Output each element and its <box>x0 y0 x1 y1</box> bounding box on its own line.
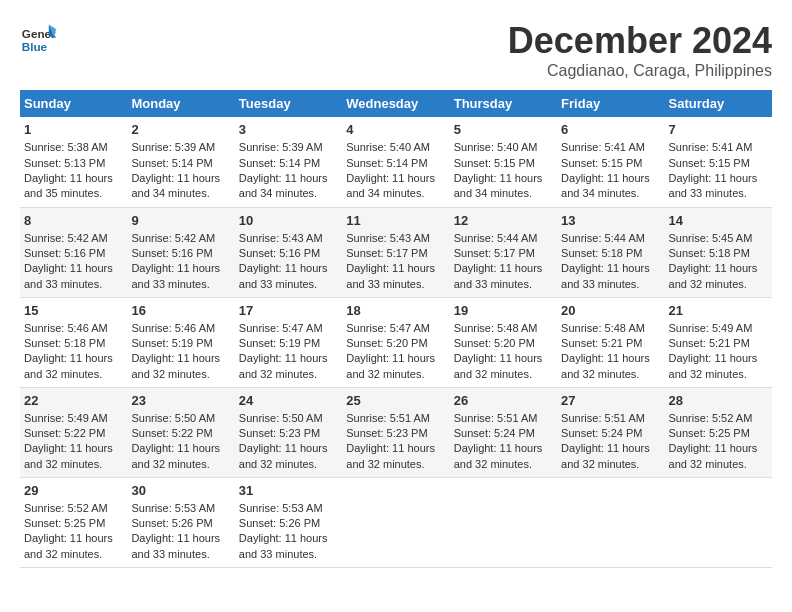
daylight-hours: Daylight: 11 hours and 32 minutes. <box>24 441 123 472</box>
day-number: 30 <box>131 482 230 500</box>
calendar-cell-27: 27Sunrise: 5:51 AMSunset: 5:24 PMDayligh… <box>557 387 664 477</box>
calendar-cell-7: 7Sunrise: 5:41 AMSunset: 5:15 PMDaylight… <box>665 117 772 207</box>
sunrise-time: Sunrise: 5:53 AM <box>131 501 230 516</box>
day-number: 9 <box>131 212 230 230</box>
sunrise-time: Sunrise: 5:40 AM <box>346 140 445 155</box>
calendar-cell-10: 10Sunrise: 5:43 AMSunset: 5:16 PMDayligh… <box>235 207 342 297</box>
daylight-hours: Daylight: 11 hours and 33 minutes. <box>561 261 660 292</box>
logo: General Blue <box>20 20 56 56</box>
daylight-hours: Daylight: 11 hours and 34 minutes. <box>346 171 445 202</box>
calendar-table: SundayMondayTuesdayWednesdayThursdayFrid… <box>20 90 772 568</box>
sunrise-time: Sunrise: 5:39 AM <box>239 140 338 155</box>
day-number: 11 <box>346 212 445 230</box>
daylight-hours: Daylight: 11 hours and 32 minutes. <box>239 441 338 472</box>
day-number: 13 <box>561 212 660 230</box>
calendar-cell-31: 31Sunrise: 5:53 AMSunset: 5:26 PMDayligh… <box>235 477 342 567</box>
daylight-hours: Daylight: 11 hours and 33 minutes. <box>131 531 230 562</box>
calendar-cell-20: 20Sunrise: 5:48 AMSunset: 5:21 PMDayligh… <box>557 297 664 387</box>
sunrise-time: Sunrise: 5:50 AM <box>131 411 230 426</box>
calendar-cell-21: 21Sunrise: 5:49 AMSunset: 5:21 PMDayligh… <box>665 297 772 387</box>
daylight-hours: Daylight: 11 hours and 32 minutes. <box>131 351 230 382</box>
sunset-time: Sunset: 5:26 PM <box>131 516 230 531</box>
sunrise-time: Sunrise: 5:53 AM <box>239 501 338 516</box>
calendar-cell-2: 2Sunrise: 5:39 AMSunset: 5:14 PMDaylight… <box>127 117 234 207</box>
calendar-cell-30: 30Sunrise: 5:53 AMSunset: 5:26 PMDayligh… <box>127 477 234 567</box>
sunset-time: Sunset: 5:16 PM <box>24 246 123 261</box>
header-sunday: Sunday <box>20 90 127 117</box>
calendar-cell-26: 26Sunrise: 5:51 AMSunset: 5:24 PMDayligh… <box>450 387 557 477</box>
calendar-cell-22: 22Sunrise: 5:49 AMSunset: 5:22 PMDayligh… <box>20 387 127 477</box>
calendar-cell-14: 14Sunrise: 5:45 AMSunset: 5:18 PMDayligh… <box>665 207 772 297</box>
day-number: 1 <box>24 121 123 139</box>
header-saturday: Saturday <box>665 90 772 117</box>
sunset-time: Sunset: 5:14 PM <box>131 156 230 171</box>
sunset-time: Sunset: 5:22 PM <box>24 426 123 441</box>
sunrise-time: Sunrise: 5:38 AM <box>24 140 123 155</box>
sunset-time: Sunset: 5:16 PM <box>239 246 338 261</box>
page-title: December 2024 <box>508 20 772 62</box>
sunset-time: Sunset: 5:23 PM <box>346 426 445 441</box>
calendar-week-3: 15Sunrise: 5:46 AMSunset: 5:18 PMDayligh… <box>20 297 772 387</box>
sunset-time: Sunset: 5:26 PM <box>239 516 338 531</box>
calendar-cell-25: 25Sunrise: 5:51 AMSunset: 5:23 PMDayligh… <box>342 387 449 477</box>
sunset-time: Sunset: 5:25 PM <box>669 426 768 441</box>
day-number: 15 <box>24 302 123 320</box>
day-number: 19 <box>454 302 553 320</box>
calendar-cell-6: 6Sunrise: 5:41 AMSunset: 5:15 PMDaylight… <box>557 117 664 207</box>
calendar-cell-23: 23Sunrise: 5:50 AMSunset: 5:22 PMDayligh… <box>127 387 234 477</box>
daylight-hours: Daylight: 11 hours and 33 minutes. <box>669 171 768 202</box>
day-number: 12 <box>454 212 553 230</box>
sunrise-time: Sunrise: 5:42 AM <box>24 231 123 246</box>
sunrise-time: Sunrise: 5:42 AM <box>131 231 230 246</box>
sunset-time: Sunset: 5:21 PM <box>669 336 768 351</box>
day-number: 23 <box>131 392 230 410</box>
sunset-time: Sunset: 5:18 PM <box>561 246 660 261</box>
daylight-hours: Daylight: 11 hours and 32 minutes. <box>131 441 230 472</box>
page-subtitle: Cagdianao, Caraga, Philippines <box>508 62 772 80</box>
sunset-time: Sunset: 5:21 PM <box>561 336 660 351</box>
sunrise-time: Sunrise: 5:47 AM <box>239 321 338 336</box>
calendar-cell-18: 18Sunrise: 5:47 AMSunset: 5:20 PMDayligh… <box>342 297 449 387</box>
daylight-hours: Daylight: 11 hours and 32 minutes. <box>346 441 445 472</box>
daylight-hours: Daylight: 11 hours and 32 minutes. <box>669 351 768 382</box>
svg-text:Blue: Blue <box>22 40 48 53</box>
sunrise-time: Sunrise: 5:51 AM <box>561 411 660 426</box>
sunrise-time: Sunrise: 5:44 AM <box>561 231 660 246</box>
calendar-cell-empty <box>557 477 664 567</box>
day-number: 4 <box>346 121 445 139</box>
day-number: 28 <box>669 392 768 410</box>
day-number: 14 <box>669 212 768 230</box>
calendar-cell-empty <box>342 477 449 567</box>
sunrise-time: Sunrise: 5:49 AM <box>24 411 123 426</box>
day-number: 2 <box>131 121 230 139</box>
sunset-time: Sunset: 5:15 PM <box>454 156 553 171</box>
sunset-time: Sunset: 5:24 PM <box>561 426 660 441</box>
calendar-cell-empty <box>450 477 557 567</box>
day-number: 5 <box>454 121 553 139</box>
daylight-hours: Daylight: 11 hours and 32 minutes. <box>454 351 553 382</box>
daylight-hours: Daylight: 11 hours and 32 minutes. <box>561 351 660 382</box>
calendar-cell-24: 24Sunrise: 5:50 AMSunset: 5:23 PMDayligh… <box>235 387 342 477</box>
sunrise-time: Sunrise: 5:43 AM <box>239 231 338 246</box>
sunset-time: Sunset: 5:14 PM <box>346 156 445 171</box>
day-number: 26 <box>454 392 553 410</box>
daylight-hours: Daylight: 11 hours and 33 minutes. <box>454 261 553 292</box>
daylight-hours: Daylight: 11 hours and 33 minutes. <box>239 531 338 562</box>
calendar-cell-5: 5Sunrise: 5:40 AMSunset: 5:15 PMDaylight… <box>450 117 557 207</box>
sunrise-time: Sunrise: 5:41 AM <box>561 140 660 155</box>
day-number: 29 <box>24 482 123 500</box>
sunrise-time: Sunrise: 5:46 AM <box>131 321 230 336</box>
day-number: 6 <box>561 121 660 139</box>
daylight-hours: Daylight: 11 hours and 33 minutes. <box>131 261 230 292</box>
page-header: General Blue December 2024 Cagdianao, Ca… <box>20 20 772 80</box>
sunset-time: Sunset: 5:14 PM <box>239 156 338 171</box>
daylight-hours: Daylight: 11 hours and 32 minutes. <box>561 441 660 472</box>
sunrise-time: Sunrise: 5:52 AM <box>24 501 123 516</box>
day-number: 20 <box>561 302 660 320</box>
header-tuesday: Tuesday <box>235 90 342 117</box>
calendar-cell-11: 11Sunrise: 5:43 AMSunset: 5:17 PMDayligh… <box>342 207 449 297</box>
sunset-time: Sunset: 5:18 PM <box>669 246 768 261</box>
sunrise-time: Sunrise: 5:46 AM <box>24 321 123 336</box>
sunrise-time: Sunrise: 5:51 AM <box>454 411 553 426</box>
daylight-hours: Daylight: 11 hours and 32 minutes. <box>239 351 338 382</box>
